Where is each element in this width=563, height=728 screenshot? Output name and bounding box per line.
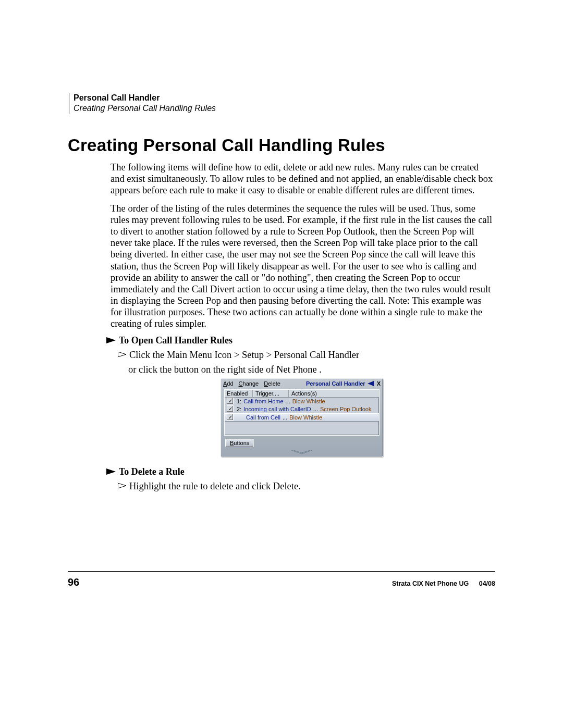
- page-number: 96: [68, 576, 79, 588]
- menu-delete[interactable]: Delete: [264, 380, 280, 387]
- step-open-rules: Click the Main Menu Icon > Setup > Perso…: [118, 349, 493, 361]
- rules-rows: 1: Call from Home...Blow Whistle2: Incom…: [225, 398, 379, 422]
- svg-marker-1: [118, 352, 126, 357]
- arrow-icon: [106, 468, 116, 475]
- col-actions[interactable]: Actions(s): [289, 390, 379, 397]
- close-icon[interactable]: X: [377, 380, 381, 387]
- row-trigger: Call from Home: [243, 398, 283, 404]
- svg-marker-2: [368, 381, 374, 386]
- row-index: 2:: [237, 406, 241, 412]
- col-enabled[interactable]: Enabled: [225, 390, 253, 397]
- ellipsis: ...: [286, 398, 290, 404]
- ellipsis: ...: [283, 414, 287, 421]
- rules-list: Enabled Trigger.... Actions(s) 1: Call f…: [224, 389, 380, 436]
- menu-change[interactable]: Change: [239, 380, 259, 387]
- resize-grip-icon[interactable]: [221, 449, 383, 456]
- svg-marker-3: [106, 468, 116, 475]
- menubar: Add Change Delete Personal Call Handler …: [221, 379, 383, 388]
- menu-add[interactable]: Add: [223, 380, 234, 387]
- list-headers: Enabled Trigger.... Actions(s): [225, 390, 379, 398]
- running-header: Personal Call Handler Creating Personal …: [69, 93, 495, 114]
- col-trigger[interactable]: Trigger....: [253, 390, 289, 397]
- intro-paragraph-2: The order of the listing of the rules de…: [111, 203, 493, 330]
- row-trigger: Incoming call with CallerID: [243, 406, 311, 412]
- enabled-checkbox[interactable]: [227, 398, 234, 404]
- page-title: Creating Personal Call Handling Rules: [68, 135, 495, 155]
- rules-empty-area: [225, 422, 379, 435]
- table-row[interactable]: Call from Cell...Blow Whistle: [225, 413, 379, 422]
- document-page: Personal Call Handler Creating Personal …: [0, 0, 563, 728]
- enabled-checkbox[interactable]: [227, 405, 234, 412]
- table-row[interactable]: 2: Incoming call with CallerID...Screen …: [225, 405, 379, 413]
- call-handler-window: Add Change Delete Personal Call Handler …: [221, 378, 383, 457]
- row-action: Blow Whistle: [289, 414, 322, 421]
- minimize-arrow-icon[interactable]: [368, 381, 374, 386]
- row-trigger: Call from Cell: [246, 414, 280, 421]
- step-delete-text: Highlight the rule to delete and click D…: [129, 480, 301, 492]
- step-open-text: Click the Main Menu Icon > Setup > Perso…: [129, 349, 359, 361]
- chapter-name: Personal Call Handler: [74, 93, 495, 103]
- ellipsis: ...: [313, 406, 318, 412]
- row-action: Blow Whistle: [292, 398, 325, 404]
- step-delete-rule: Highlight the rule to delete and click D…: [118, 480, 493, 492]
- subheading-open-label: To Open Call Handler Rules: [119, 335, 232, 346]
- row-action: Screen Pop Outlook: [320, 406, 371, 412]
- doc-title: Strata CIX Net Phone UG: [392, 580, 469, 587]
- page-footer: 96 Strata CIX Net Phone UG 04/08: [68, 576, 495, 588]
- step-open-followup: or click the button on the right side of…: [128, 364, 493, 375]
- svg-marker-4: [118, 483, 126, 488]
- bottom-bar: Buttons: [221, 437, 383, 449]
- footer-rule: [68, 571, 495, 572]
- subheading-delete-label: To Delete a Rule: [119, 466, 185, 477]
- document-id: Strata CIX Net Phone UG 04/08: [392, 580, 495, 587]
- svg-marker-0: [106, 337, 116, 343]
- window-title: Personal Call Handler X: [306, 380, 381, 387]
- arrow-outline-icon: [118, 483, 126, 488]
- doc-date: 04/08: [479, 580, 495, 587]
- intro-paragraph-1: The following items will define how to e…: [111, 162, 493, 196]
- arrow-icon: [106, 337, 116, 343]
- enabled-checkbox[interactable]: [227, 414, 234, 421]
- subheading-delete-rule: To Delete a Rule: [106, 466, 493, 477]
- section-name: Creating Personal Call Handling Rules: [74, 103, 495, 114]
- row-index: 1:: [237, 398, 241, 404]
- window-title-text: Personal Call Handler: [306, 380, 365, 387]
- buttons-button[interactable]: Buttons: [225, 439, 254, 447]
- arrow-outline-icon: [118, 352, 126, 357]
- subheading-open-rules: To Open Call Handler Rules: [106, 335, 493, 346]
- table-row[interactable]: 1: Call from Home...Blow Whistle: [225, 398, 379, 405]
